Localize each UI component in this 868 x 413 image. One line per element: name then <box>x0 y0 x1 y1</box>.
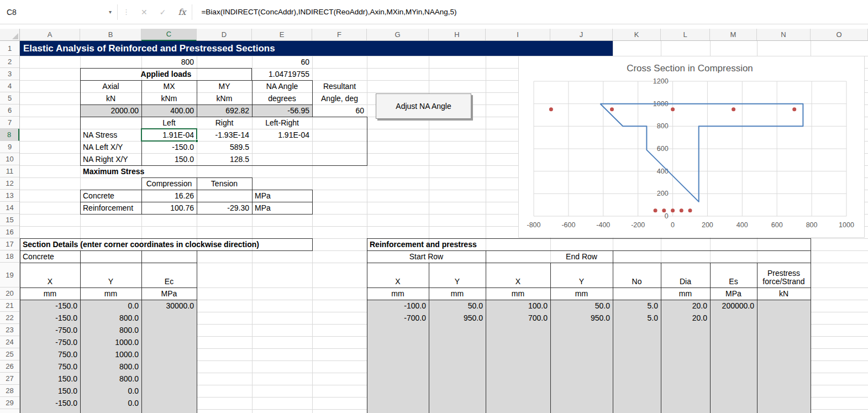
cell-E7[interactable]: Left-Right <box>252 117 312 129</box>
cell-B9[interactable]: NA Left X/Y <box>80 141 141 153</box>
cell-B10[interactable]: NA Right X/Y <box>80 153 141 165</box>
cell-E2[interactable]: 60 <box>252 56 312 68</box>
cell-D10[interactable]: 128.5 <box>197 153 252 165</box>
cell-A18[interactable]: Concrete <box>20 250 80 263</box>
cell-I21[interactable]: 100.0 <box>486 300 550 312</box>
cell-G19[interactable]: X <box>367 263 429 287</box>
cell-C7[interactable]: Left <box>141 117 197 129</box>
cell-I20[interactable]: mm <box>486 287 550 300</box>
cell-B13[interactable]: Concrete <box>80 190 141 202</box>
cell-B14[interactable]: Reinforcement <box>80 202 141 214</box>
cell-B22[interactable]: 800.0 <box>80 312 141 324</box>
cell-B19[interactable]: Y <box>80 263 141 287</box>
cell-B20[interactable]: mm <box>80 287 141 300</box>
cell-I19[interactable]: X <box>486 263 550 287</box>
cell-D4[interactable]: MY <box>197 80 252 92</box>
cell-L21[interactable]: 20.0 <box>661 300 710 312</box>
cell-E4[interactable]: NA Angle <box>252 80 312 92</box>
cell-C20[interactable]: MPa <box>141 287 197 300</box>
cell-D7[interactable]: Right <box>197 117 252 129</box>
cell-J19[interactable]: Y <box>550 263 613 287</box>
cell-C14[interactable]: 100.76 <box>141 202 197 214</box>
cell-D9[interactable]: 589.5 <box>197 141 252 153</box>
cell-B3[interactable]: Applied loads <box>80 68 252 80</box>
cell-G21[interactable]: -100.0 <box>367 300 429 312</box>
cell-J18[interactable]: End Row <box>550 250 613 263</box>
adjust-na-angle-button[interactable]: Adjust NA Angle <box>376 93 471 119</box>
cell-C12[interactable]: Compression <box>141 177 197 190</box>
cell-A25[interactable]: 750.0 <box>20 348 80 360</box>
cross-section-chart[interactable]: 020040060080010001200-800-600-400-200020… <box>518 56 865 238</box>
cell-G22[interactable]: -700.0 <box>367 312 429 324</box>
cell-B29[interactable]: 0.0 <box>80 397 141 409</box>
cell-A26[interactable]: 750.0 <box>20 360 80 373</box>
cell-E3[interactable]: 1.04719755 <box>252 68 312 80</box>
cell-G18[interactable]: Start Row <box>367 250 486 263</box>
cell-E13[interactable]: MPa <box>252 190 312 202</box>
cell-C5[interactable]: kNm <box>141 92 197 104</box>
cell-C10[interactable]: 150.0 <box>141 153 197 165</box>
cell-A22[interactable]: -150.0 <box>20 312 80 324</box>
cell-M20[interactable]: MPa <box>710 287 757 300</box>
cell-E6[interactable]: -56.95 <box>252 104 312 117</box>
cell-D6[interactable]: 692.82 <box>197 104 252 117</box>
cell-J22[interactable]: 950.0 <box>550 312 613 324</box>
cell-A28[interactable]: 150.0 <box>20 385 80 397</box>
cell-B28[interactable]: 0.0 <box>80 385 141 397</box>
cell-A27[interactable]: 150.0 <box>20 373 80 385</box>
cell-A29[interactable]: -150.0 <box>20 397 80 409</box>
cell-E5[interactable]: degrees <box>252 92 312 104</box>
cell-L22[interactable]: 20.0 <box>661 312 710 324</box>
cell-A17[interactable]: Section Details (enter corner coordinate… <box>20 238 312 250</box>
cell-F6[interactable]: 60 <box>312 104 367 117</box>
cell-H22[interactable]: 950.0 <box>429 312 486 324</box>
cell-B4[interactable]: Axial <box>80 80 141 92</box>
fill-handle[interactable] <box>195 139 198 143</box>
cell-N20[interactable]: kN <box>757 287 811 300</box>
cell-F4[interactable]: Resultant <box>312 80 367 92</box>
cell-D5[interactable]: kNm <box>197 92 252 104</box>
cell-L20[interactable]: mm <box>661 287 710 300</box>
cell-A19[interactable]: X <box>20 263 80 287</box>
cell-B21[interactable]: 0.0 <box>80 300 141 312</box>
cell-D14[interactable]: -29.30 <box>197 202 252 214</box>
cell-G17[interactable]: Reinforcement and prestress <box>367 238 613 250</box>
cell-B26[interactable]: 800.0 <box>80 360 141 373</box>
cell-A21[interactable]: -150.0 <box>20 300 80 312</box>
cell-A24[interactable]: -750.0 <box>20 336 80 348</box>
cell-B24[interactable]: 1000.0 <box>80 336 141 348</box>
cell-H21[interactable]: 50.0 <box>429 300 486 312</box>
cell-B23[interactable]: 800.0 <box>80 324 141 336</box>
cell-L19[interactable]: Dia <box>661 263 710 287</box>
cell-B5[interactable]: kN <box>80 92 141 104</box>
cell-C2[interactable]: 800 <box>141 56 197 68</box>
cell-N19[interactable]: Prestress force/Strand <box>757 263 811 287</box>
cell-B27[interactable]: 800.0 <box>80 373 141 385</box>
cell-J20[interactable]: mm <box>550 287 613 300</box>
cell-D12[interactable]: Tension <box>197 177 252 190</box>
cell-K21[interactable]: 5.0 <box>613 300 661 312</box>
cell-G20[interactable]: mm <box>367 287 429 300</box>
cell-F5[interactable]: Angle, deg <box>312 92 367 104</box>
cell-E8[interactable]: 1.91E-04 <box>252 129 312 141</box>
cell-C13[interactable]: 16.26 <box>141 190 197 202</box>
cell-I22[interactable]: 700.0 <box>486 312 550 324</box>
cell-E14[interactable]: MPa <box>252 202 312 214</box>
cell-D8[interactable]: -1.93E-14 <box>197 129 252 141</box>
cell-B8[interactable]: NA Stress <box>80 129 141 141</box>
cell-C9[interactable]: -150.0 <box>141 141 197 153</box>
cell-B25[interactable]: 1000.0 <box>80 348 141 360</box>
cell-C4[interactable]: MX <box>141 80 197 92</box>
cell-J21[interactable]: 50.0 <box>550 300 613 312</box>
cell-K22[interactable]: 5.0 <box>613 312 661 324</box>
cell-C19[interactable]: Ec <box>141 263 197 287</box>
cell-H20[interactable]: mm <box>429 287 486 300</box>
cell-H19[interactable]: Y <box>429 263 486 287</box>
cell-C21[interactable]: 30000.0 <box>141 300 197 312</box>
cell-B11[interactable]: Maximum Stress <box>80 165 141 177</box>
cell-B6[interactable]: 2000.00 <box>80 104 141 117</box>
cell-M21[interactable]: 200000.0 <box>710 300 757 312</box>
cell-M19[interactable]: Es <box>710 263 757 287</box>
cell-C6[interactable]: 400.00 <box>141 104 197 117</box>
cell-A20[interactable]: mm <box>20 287 80 300</box>
